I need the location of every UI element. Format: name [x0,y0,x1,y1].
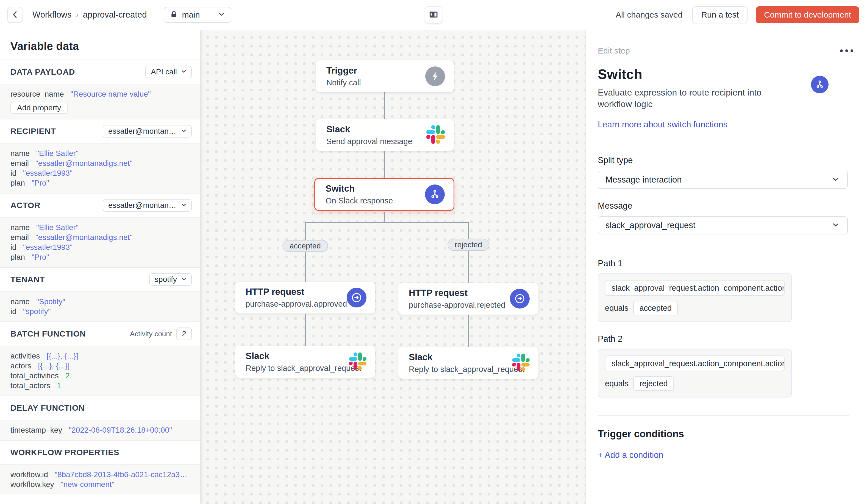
actor-row: email"essatler@montanadigs.net" [10,232,190,242]
section-title: ACTOR [10,201,40,210]
tenant-row: name"Spotify" [10,297,190,307]
path-2-condition: slack_approval_request.action_component.… [598,349,792,397]
branch-label-rejected[interactable]: rejected [448,239,489,251]
path-2-label: Path 2 [598,334,855,344]
section-title: RECIPIENT [10,127,56,136]
batch-row: total_activities2 [10,371,190,381]
path-2-operator: equals [605,379,628,388]
section-workflow-properties: WORKFLOW PROPERTIES workflow.id"8ba7cbd8… [0,441,200,494]
chevron-down-icon [831,220,840,230]
recipient-row: plan"Pro" [10,178,190,188]
section-actor: ACTOR essatler@montanadigs... name"Ellie… [0,194,200,268]
workflow-prop-row: workflow.id"8ba7cbd8-2013-4fb6-a021-cac1… [10,470,190,480]
save-status: All changes saved [616,10,683,20]
branch-label-accepted[interactable]: accepted [282,240,328,252]
section-title: DATA PAYLOAD [10,67,75,77]
slack-logo-icon [349,352,366,371]
data-payload-select[interactable]: API call [145,66,192,78]
split-type-label: Split type [598,155,855,165]
node-http-request-rejected[interactable]: HTTP request purchase-approval.rejected [398,283,538,315]
activity-count-label: Activity count [130,330,172,338]
delay-row: timestamp_key"2022-08-09T18:26:18+00:00" [10,425,190,435]
more-options-icon[interactable] [838,48,855,54]
batch-row: activities[{...}, {...}] [10,351,190,361]
path-1-operator: equals [605,304,628,313]
chevron-down-icon [180,127,188,135]
chevron-left-icon [10,10,20,20]
back-button[interactable] [7,7,23,23]
tenant-select[interactable]: spotify [149,273,192,286]
panel-layout-icon [428,9,439,21]
lightning-bolt-icon [425,66,445,86]
chevron-down-icon [217,10,225,19]
connector-line [384,151,385,178]
node-switch[interactable]: Switch On Slack response [314,178,454,211]
activity-count-input[interactable]: 2 [176,328,192,340]
learn-more-link[interactable]: Learn more about switch functions [598,120,727,130]
payload-row: resource_name "Resource name value" [10,89,190,99]
section-delay-function: DELAY FUNCTION timestamp_key"2022-08-09T… [0,396,200,441]
message-label: Message [598,201,855,211]
connector-line [305,314,306,346]
section-title: WORKFLOW PROPERTIES [10,448,119,457]
breadcrumb-workflows[interactable]: Workflows [32,10,72,20]
divider [598,143,849,143]
trigger-conditions-title: Trigger conditions [598,428,855,440]
run-test-button[interactable]: Run a test [692,6,748,23]
chevron-down-icon [831,175,840,185]
path-1-expression-input[interactable]: slack_approval_request.action_component.… [605,280,784,296]
batch-row: actors[{...}, {...}] [10,361,190,371]
section-tenant: TENANT spotify name"Spotify" id"spotify" [0,268,200,322]
step-description: Evaluate expression to route recipient i… [598,87,774,110]
section-title: TENANT [10,275,45,284]
section-batch-function: BATCH FUNCTION Activity count 2 activiti… [0,322,200,396]
actor-row: id"essatler1993" [10,242,190,252]
recipient-select[interactable]: essatler@montanadigs... [103,125,192,138]
branch-selector[interactable]: main [164,7,231,23]
workflow-canvas[interactable]: Trigger Notify call Slack Send approval … [200,30,585,504]
lock-icon [170,10,178,20]
breadcrumb: Workflows › approval-created [32,10,147,20]
path-2-value-input[interactable]: rejected [633,376,674,391]
slack-logo-icon [426,125,445,145]
split-type-select[interactable]: Message interaction [598,171,848,189]
arrow-right-circle-icon [347,288,366,307]
section-title: DELAY FUNCTION [10,403,85,413]
connector-line [305,252,306,282]
actor-row: plan"Pro" [10,252,190,262]
actor-row: name"Ellie Satler" [10,223,190,232]
node-http-request-approved[interactable]: HTTP request purchase-approval.approved [235,282,375,314]
arrow-right-circle-icon [510,289,529,308]
branch-split-icon [811,76,828,93]
toggle-side-panel-button[interactable] [425,6,442,24]
chevron-down-icon [180,275,188,284]
node-slack-reply-accepted[interactable]: Slack Reply to slack_approval_request [235,346,375,378]
breadcrumb-separator: › [76,10,78,19]
path-1-value-input[interactable]: accepted [633,301,678,315]
commit-to-development-button[interactable]: Commit to development [756,6,859,23]
node-trigger[interactable]: Trigger Notify call [316,61,454,92]
variable-data-panel: Variable data DATA PAYLOAD API call reso… [0,30,200,504]
branch-split-icon [425,185,445,204]
recipient-row: id"essatler1993" [10,168,190,178]
path-1-label: Path 1 [598,259,855,269]
path-2-expression-input[interactable]: slack_approval_request.action_component.… [605,355,784,371]
top-bar-right: All changes saved Run a test Commit to d… [616,6,867,23]
node-slack-send[interactable]: Slack Send approval message [316,119,454,151]
actor-select[interactable]: essatler@montanadigs... [103,199,192,212]
batch-row: total_actors1 [10,381,190,391]
divider [598,415,849,416]
slack-logo-icon [512,353,529,372]
connector-line [468,251,469,283]
add-property-button[interactable]: Add property [10,102,67,114]
recipient-row: email"essatler@montanadigs.net" [10,158,190,168]
connector-line [468,315,469,347]
message-select[interactable]: slack_approval_request [598,216,848,234]
branch-selector-value: main [182,10,214,20]
connector-line [384,212,385,223]
breadcrumb-current-page: approval-created [83,10,147,20]
add-condition-link[interactable]: + Add a condition [598,450,663,460]
workflow-prop-row: workflow.key"new-comment" [10,480,190,490]
node-slack-reply-rejected[interactable]: Slack Reply to slack_approval_request [398,347,538,379]
edit-step-panel: Edit step Switch Evaluate expression to … [585,30,867,504]
